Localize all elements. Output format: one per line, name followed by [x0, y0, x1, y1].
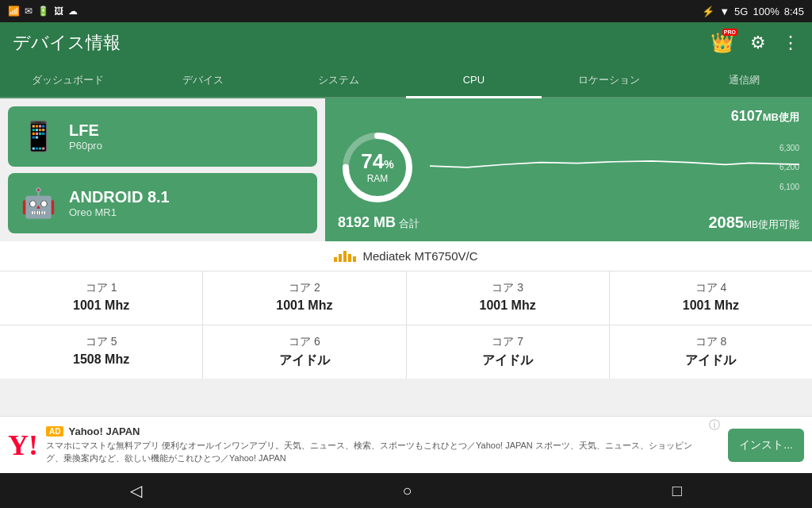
install-button[interactable]: インスト...: [728, 429, 804, 462]
core-label: コア 8: [616, 335, 806, 349]
core-cell-6: コア 6アイドル: [203, 325, 405, 379]
core-value: 1001 Mhz: [616, 298, 806, 313]
yahoo-logo: Y!: [8, 429, 38, 462]
tab-device[interactable]: デバイス: [136, 64, 271, 98]
more-options-icon[interactable]: ⋮: [782, 33, 799, 53]
ad-banner: Y! AD Yahoo! JAPAN スマホにマストな無料アプリ 便利なオールイ…: [0, 416, 812, 473]
core-label: コア 4: [616, 281, 806, 295]
ad-description: スマホにマストな無料アプリ 便利なオールインワンアプリ。天気、ニュース、検索、ス…: [46, 440, 701, 464]
core-value: 1001 Mhz: [209, 298, 399, 313]
phone-icon: 📱: [21, 120, 56, 153]
gauge-text: 74% RAM: [361, 151, 393, 184]
core-label: コア 2: [209, 281, 399, 295]
signal-text: 5G: [734, 6, 748, 17]
bluetooth-icon: ⚡: [702, 6, 714, 17]
header-icons: 👑 PRO ⚙ ⋮: [710, 32, 799, 54]
ram-gauge: 74% RAM: [338, 128, 417, 207]
device-card: 📱 LFE P60pro: [8, 106, 317, 167]
cpu-info-bar: Mediatek MT6750V/C: [0, 241, 812, 271]
tab-dashboard[interactable]: ダッシュボード: [0, 64, 136, 98]
core-label: コア 7: [413, 335, 603, 349]
core-value: 1508 Mhz: [6, 352, 196, 367]
android-build: Oreo MR1: [69, 206, 170, 218]
bottom-nav: ◁ ○ □: [0, 473, 812, 508]
battery-status-icon: 🔋: [37, 6, 49, 17]
crown-pro-button[interactable]: 👑 PRO: [710, 32, 734, 54]
core-grid: コア 11001 Mhzコア 21001 Mhzコア 31001 Mhzコア 4…: [0, 271, 812, 379]
device-info: LFE P60pro: [69, 121, 102, 152]
core-label: コア 5: [6, 335, 196, 349]
ram-chart: 6,300 6,200 6,100: [430, 138, 799, 197]
pro-badge: PRO: [722, 29, 737, 36]
cpu-name: Mediatek MT6750V/C: [362, 249, 477, 263]
android-info: ANDROID 8.1 Oreo MR1: [69, 188, 170, 218]
core-label: コア 6: [209, 335, 399, 349]
android-card: 🤖 ANDROID 8.1 Oreo MR1: [8, 173, 317, 233]
android-icon: 🤖: [21, 187, 56, 220]
ram-available: 2085MB使用可能: [709, 214, 800, 232]
ram-middle: 74% RAM 6,300 6,200 6,100: [338, 125, 799, 210]
gauge-label: RAM: [361, 173, 393, 184]
message-icon: ✉: [25, 6, 33, 17]
ram-panel: 6107MB使用 74% RAM: [325, 98, 812, 241]
cpu-bars-icon: [334, 251, 356, 262]
status-right-icons: ⚡ ▼ 5G 100% 8:45: [702, 6, 804, 17]
app-title: デバイス情報: [13, 31, 121, 55]
tab-network[interactable]: 通信網: [676, 64, 812, 98]
core-value: 1001 Mhz: [413, 298, 603, 313]
core-label: コア 3: [413, 281, 603, 295]
gauge-percent: 74%: [361, 151, 393, 171]
ad-badge: AD: [46, 426, 63, 437]
core-value: アイドル: [209, 352, 399, 369]
back-button[interactable]: ◁: [130, 481, 142, 500]
ram-top: 6107MB使用: [338, 108, 799, 125]
ram-total: 8192 MB 合計: [338, 214, 419, 231]
battery-text: 100%: [753, 6, 779, 17]
status-left-icons: 📶 ✉ 🔋 🖼 ☁: [8, 6, 78, 17]
core-cell-8: コア 8アイドル: [610, 325, 812, 379]
tab-bar: ダッシュボード デバイス システム CPU ロケーション 通信網: [0, 64, 812, 98]
app-header: デバイス情報 👑 PRO ⚙ ⋮: [0, 22, 812, 64]
core-cell-3: コア 31001 Mhz: [407, 271, 609, 325]
ad-label-row: AD Yahoo! JAPAN: [46, 425, 701, 437]
core-cell-2: コア 21001 Mhz: [203, 271, 405, 325]
core-label: コア 1: [6, 281, 196, 295]
core-value: アイドル: [413, 352, 603, 369]
ad-content: AD Yahoo! JAPAN スマホにマストな無料アプリ 便利なオールインワン…: [46, 425, 701, 464]
home-button[interactable]: ○: [402, 482, 412, 500]
device-model: P60pro: [69, 140, 102, 152]
wifi-icon: ▼: [719, 6, 730, 17]
ad-title: Yahoo! JAPAN: [68, 425, 140, 437]
core-value: アイドル: [616, 352, 806, 369]
ram-bottom: 8192 MB 合計 2085MB使用可能: [338, 214, 799, 232]
status-bar: 📶 ✉ 🔋 🖼 ☁ ⚡ ▼ 5G 100% 8:45: [0, 0, 812, 22]
core-cell-1: コア 11001 Mhz: [0, 271, 202, 325]
android-version: ANDROID 8.1: [69, 188, 170, 206]
tab-location[interactable]: ロケーション: [542, 64, 677, 98]
recents-button[interactable]: □: [672, 482, 682, 500]
tab-system[interactable]: システム: [270, 64, 406, 98]
left-panel: 📱 LFE P60pro 🤖 ANDROID 8.1 Oreo MR1: [0, 98, 325, 241]
ad-info-icon[interactable]: ⓘ: [709, 418, 720, 433]
cloud-icon: ☁: [68, 6, 78, 17]
core-value: 1001 Mhz: [6, 298, 196, 313]
time-text: 8:45: [784, 6, 804, 17]
image-icon: 🖼: [54, 6, 63, 17]
sim-icon: 📶: [8, 6, 20, 17]
core-cell-4: コア 41001 Mhz: [610, 271, 812, 325]
tab-cpu[interactable]: CPU: [406, 64, 542, 98]
chart-labels: 6,300 6,200 6,100: [779, 138, 799, 197]
settings-icon[interactable]: ⚙: [750, 33, 766, 53]
core-cell-7: コア 7アイドル: [407, 325, 609, 379]
ram-usage-value: 6107MB使用: [731, 108, 799, 125]
top-section: 📱 LFE P60pro 🤖 ANDROID 8.1 Oreo MR1 6107…: [0, 98, 812, 241]
device-name: LFE: [69, 121, 102, 140]
core-cell-5: コア 51508 Mhz: [0, 325, 202, 379]
